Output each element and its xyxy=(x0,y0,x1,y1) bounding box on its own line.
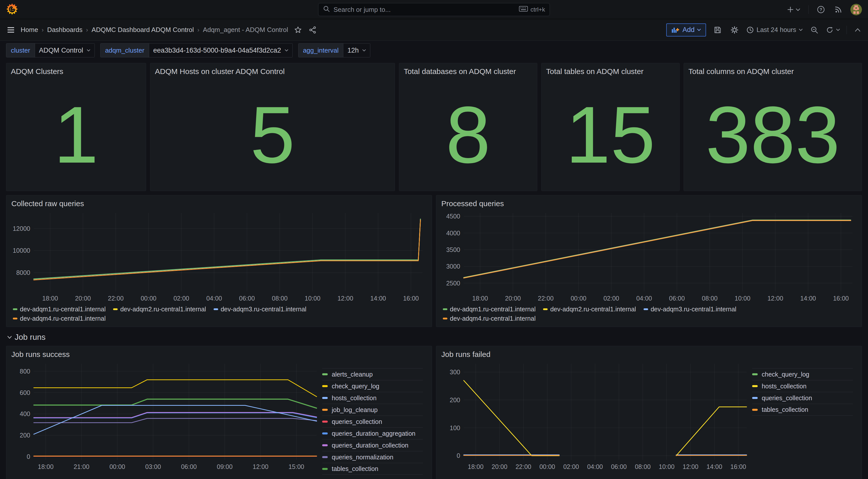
collected-raw-queries-chart[interactable]: 18:0020:0022:0000:0002:0004:0006:0008:00… xyxy=(10,210,428,303)
svg-text:18:00: 18:00 xyxy=(468,463,484,470)
svg-text:2500: 2500 xyxy=(446,280,460,287)
legend-series-swatch xyxy=(13,318,18,319)
svg-text:04:00: 04:00 xyxy=(206,295,222,302)
row-job-runs-toggle[interactable]: Job runs xyxy=(7,333,862,342)
job-runs-panels-row: Job runs success 18:0021:0000:0003:0006:… xyxy=(6,346,862,479)
chevron-down-icon xyxy=(796,8,800,11)
svg-text:4000: 4000 xyxy=(446,230,460,237)
legend-series-swatch xyxy=(752,385,758,387)
chevron-down-icon xyxy=(697,28,701,31)
legend-series-label: queries_normalization xyxy=(332,453,394,461)
panel-title[interactable]: Total tables on ADQM cluster xyxy=(541,63,679,76)
legend-item[interactable]: check_query_log xyxy=(322,380,423,392)
variable-agg-interval[interactable]: agg_interval 12h xyxy=(298,43,371,57)
legend-item[interactable]: dev-adqm1.ru-central1.internal xyxy=(443,306,535,313)
panel-title[interactable]: Total columns on ADQM cluster xyxy=(684,63,862,76)
panel-title[interactable]: Job runs failed xyxy=(440,350,858,361)
panel-job-runs-success: Job runs success 18:0021:0000:0003:0006:… xyxy=(6,346,432,479)
legend-item[interactable]: job_log_cleanup xyxy=(322,404,423,416)
zoom-out-time-button[interactable] xyxy=(809,25,819,35)
panel-title[interactable]: Collected raw queries xyxy=(10,199,428,210)
svg-text:00:00: 00:00 xyxy=(539,463,555,470)
panel-title[interactable]: Processed queries xyxy=(440,199,858,210)
legend-item[interactable]: tables_collection xyxy=(752,404,853,416)
job-runs-success-chart[interactable]: 18:0021:0000:0003:0006:0009:0012:0015:00… xyxy=(10,361,322,472)
panel-title[interactable]: Total databases on ADQM cluster xyxy=(399,63,537,76)
legend-series-label: hosts_collection xyxy=(762,383,807,390)
panel-collected-raw-queries: Collected raw queries 18:0020:0022:0000:… xyxy=(6,195,432,327)
legend-series-label: queries_duration_collection xyxy=(332,442,408,449)
svg-text:04:00: 04:00 xyxy=(636,295,652,302)
breadcrumb-folder[interactable]: ADQMC Dashboard ADQM Control xyxy=(92,26,194,34)
time-range-picker[interactable]: Last 24 hours xyxy=(746,26,803,34)
divider xyxy=(846,26,847,34)
legend-series-swatch xyxy=(322,468,328,470)
svg-text:200: 200 xyxy=(20,432,30,439)
panel-title[interactable]: ADQM Hosts on cluster ADQM Control xyxy=(150,63,395,76)
variable-cluster[interactable]: cluster ADQM Control xyxy=(6,43,95,57)
add-panel-button[interactable]: Add xyxy=(666,24,706,36)
variable-adqm-cluster-label: adqm_cluster xyxy=(100,43,149,57)
svg-text:12:00: 12:00 xyxy=(768,295,783,302)
save-dashboard-button[interactable] xyxy=(713,25,723,35)
stat-value: 15 xyxy=(541,76,679,191)
refresh-icon xyxy=(826,26,834,34)
dashboard-settings-button[interactable] xyxy=(729,25,740,35)
legend-item[interactable]: dev-adqm2.ru-central1.internal xyxy=(543,306,636,313)
breadcrumb-dashboards[interactable]: Dashboards xyxy=(47,26,82,34)
variable-agg-interval-label: agg_interval xyxy=(299,43,344,57)
variable-cluster-label: cluster xyxy=(6,43,35,57)
breadcrumb-current-dashboard: Adqm_agent - ADQM Control xyxy=(203,26,288,34)
collapse-toolbar-button[interactable] xyxy=(854,27,862,33)
legend-series-label: hosts_collection xyxy=(332,395,377,402)
legend-series-swatch xyxy=(644,308,648,310)
legend-item[interactable]: queries_normalization xyxy=(322,451,423,463)
legend-series-label: check_query_log xyxy=(332,383,379,390)
legend-item[interactable]: queries_collection xyxy=(752,392,853,404)
svg-text:02:00: 02:00 xyxy=(603,295,619,302)
legend-series-swatch xyxy=(752,397,758,399)
legend-item[interactable]: check_query_log xyxy=(752,368,853,380)
legend-item[interactable]: queries_duration_collection xyxy=(322,439,423,451)
favorite-star-button[interactable] xyxy=(293,25,303,35)
legend-item[interactable]: dev-adqm4.ru-central1.internal xyxy=(13,315,105,322)
share-button[interactable] xyxy=(308,25,317,35)
legend-item[interactable]: dev-adqm4.ru-central1.internal xyxy=(443,315,535,322)
legend-series-swatch xyxy=(113,308,118,310)
legend-item[interactable]: dev-adqm1.ru-central1.internal xyxy=(13,306,105,313)
legend-item[interactable]: dev-adqm3.ru-central1.internal xyxy=(644,306,736,313)
svg-text:06:00: 06:00 xyxy=(181,463,197,470)
svg-text:00:00: 00:00 xyxy=(141,295,156,302)
legend-series-swatch xyxy=(752,373,758,375)
help-button[interactable]: ? xyxy=(816,4,826,15)
job-runs-failed-chart[interactable]: 18:0020:0022:0000:0002:0004:0006:0008:00… xyxy=(440,361,752,472)
mega-menu-button[interactable] xyxy=(6,26,16,34)
svg-text:300: 300 xyxy=(450,369,460,376)
svg-text:16:00: 16:00 xyxy=(403,295,419,302)
legend-item[interactable]: alerts_cleanup xyxy=(322,368,423,380)
refresh-button[interactable] xyxy=(826,26,840,34)
search-input[interactable]: Search or jump to... ctrl+k xyxy=(318,3,550,16)
grafana-logo[interactable] xyxy=(6,3,18,16)
legend-item[interactable]: queries_collection xyxy=(322,416,423,427)
processed-queries-chart[interactable]: 18:0020:0022:0000:0002:0004:0006:0008:00… xyxy=(440,210,858,303)
news-rss-button[interactable] xyxy=(833,4,843,14)
legend-item[interactable]: hosts_collection xyxy=(322,392,423,404)
breadcrumb-home[interactable]: Home xyxy=(21,26,38,34)
legend-item[interactable]: hosts_collection xyxy=(752,380,853,392)
panel-title[interactable]: ADQM Clusters xyxy=(6,63,146,76)
user-avatar[interactable] xyxy=(850,4,862,15)
new-menu-button[interactable] xyxy=(786,5,801,14)
legend-item[interactable]: tables_collection xyxy=(322,463,423,475)
svg-text:00:00: 00:00 xyxy=(570,295,586,302)
legend-item[interactable]: dev-adqm2.ru-central1.internal xyxy=(113,306,206,313)
legend-series-label: dev-adqm2.ru-central1.internal xyxy=(550,306,636,313)
legend-item[interactable]: queries_duration_aggregation xyxy=(322,427,423,439)
dashboard-toolbar: Home › Dashboards › ADQMC Dashboard ADQM… xyxy=(0,19,868,41)
svg-text:06:00: 06:00 xyxy=(669,295,685,302)
legend-series-label: job_log_cleanup xyxy=(332,406,378,414)
svg-text:600: 600 xyxy=(20,389,30,396)
legend-item[interactable]: dev-adqm3.ru-central1.internal xyxy=(214,306,306,313)
variable-adqm-cluster[interactable]: adqm_cluster eea3b3d4-163d-5000-b9a4-04a… xyxy=(100,43,293,57)
panel-title[interactable]: Job runs success xyxy=(10,350,428,361)
